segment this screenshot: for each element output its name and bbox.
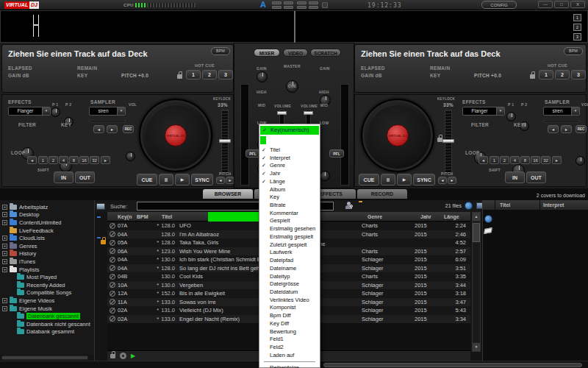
layout-slot-icon[interactable]	[297, 6, 306, 9]
sync-button[interactable]: SYNC	[413, 174, 435, 185]
deck-slot-1-button[interactable]: 1	[573, 14, 581, 21]
sampler-rec-button[interactable]: REC	[123, 125, 134, 133]
loop-out-button[interactable]: OUT	[526, 171, 546, 183]
chevron-down-icon[interactable]: ▼	[571, 107, 579, 115]
globe-icon[interactable]	[484, 215, 492, 223]
chevron-down-icon[interactable]: ▼	[496, 107, 504, 115]
menu-item[interactable]: ✓ Laufwerk	[259, 249, 320, 257]
pitch-up-button[interactable]: ►	[448, 177, 456, 184]
hot-cue-2-button[interactable]: 2	[202, 70, 217, 79]
menu-item[interactable]: ✓ Verlinktes Video	[259, 297, 320, 305]
sampler-vol-knob[interactable]	[126, 152, 135, 161]
sidebar-item[interactable]: + History	[0, 250, 94, 258]
layout-slot-icon[interactable]	[297, 1, 306, 4]
column-title[interactable]: Titel	[162, 212, 172, 222]
menu-item[interactable]: ✓ Key	[259, 194, 320, 202]
tab-scratch[interactable]: SCRATCH	[310, 49, 341, 57]
pitch-down-button[interactable]: ◄	[216, 177, 225, 184]
pfl-right-button[interactable]: PFL	[329, 149, 344, 158]
volume-left-handle[interactable]	[277, 111, 287, 115]
loop-8-button[interactable]: 8	[69, 156, 79, 164]
loop-half-button[interactable]: ◄	[478, 156, 488, 164]
expand-icon[interactable]: +	[2, 236, 7, 241]
clear-list-icon[interactable]	[484, 227, 492, 234]
chevron-down-icon[interactable]: ▼	[117, 107, 125, 115]
layout-slot-icon[interactable]	[309, 1, 318, 4]
pause-button[interactable]: II	[159, 174, 173, 185]
layout-slot-icon[interactable]	[309, 6, 318, 9]
sidebar-item[interactable]: + Compatible Songs	[0, 289, 94, 297]
gear-icon[interactable]	[120, 353, 126, 359]
automix-a-icon[interactable]: A	[260, 0, 266, 9]
sidebar-item[interactable]: + ContentUnlimited	[0, 219, 94, 227]
minimize-button[interactable]: —	[538, 1, 553, 8]
menu-item[interactable]: ✓ Bewertung	[259, 328, 320, 336]
hot-cue-1-button[interactable]: 1	[539, 70, 553, 79]
sync-button[interactable]: SYNC	[191, 174, 213, 185]
menu-item-reihenfolge[interactable]: Reihenfolge...	[259, 364, 320, 368]
pitch-slider-handle[interactable]	[219, 139, 231, 143]
volume-right-handle[interactable]	[304, 111, 313, 115]
hot-cue-3-button[interactable]: 3	[218, 70, 233, 79]
loop-32-button[interactable]: 32	[90, 156, 99, 164]
menu-item[interactable]: ✓ Dateipfad	[259, 257, 320, 265]
effect-p1-knob[interactable]	[51, 107, 60, 117]
close-button[interactable]: X	[570, 1, 585, 8]
sampler-next-button[interactable]: ►	[107, 125, 118, 133]
menu-item[interactable]: ✓ Bpm Diff	[259, 312, 320, 320]
tab-mixer[interactable]: MIXER	[254, 49, 280, 57]
menu-item[interactable]: ✓ Erstmalig gesehen	[259, 225, 320, 233]
menu-item[interactable]: ✓ Feld2	[259, 344, 320, 352]
sidebar-item[interactable]: + iTunes	[0, 258, 94, 266]
pitch-lock-icon[interactable]	[437, 138, 442, 142]
loop-1-button[interactable]: 1	[490, 156, 499, 164]
loop-1-button[interactable]: 1	[38, 156, 48, 164]
effect-p1-knob[interactable]	[506, 112, 516, 121]
menu-item[interactable]: ✓ Feld1	[259, 336, 320, 344]
loop-16-button[interactable]: 16	[531, 156, 540, 164]
tab-video[interactable]: VIDEO	[283, 49, 308, 57]
menu-item[interactable]: ✓ Album	[259, 186, 320, 194]
sidebar-item[interactable]: + CloudLists	[0, 234, 94, 242]
sidebar-hscrollbar[interactable]	[1, 355, 88, 360]
gain-left-knob[interactable]	[257, 71, 268, 82]
tab-browser[interactable]: BROWSER	[203, 189, 253, 199]
menu-item[interactable]: ✓ Jahr	[259, 170, 320, 178]
hot-cue-3-button[interactable]: 3	[571, 70, 586, 79]
play-button[interactable]: ▶	[397, 174, 412, 185]
loop-32-button[interactable]: 32	[541, 156, 551, 164]
expand-icon[interactable]: +	[2, 220, 7, 225]
jog-wheel[interactable]: VIRTUAL DJ	[361, 99, 434, 172]
sidebar-item[interactable]: + Eigene Musik	[0, 305, 94, 313]
high-right-knob[interactable]	[320, 171, 330, 181]
layout-slot-icon[interactable]	[284, 6, 293, 9]
sidebar-item[interactable]: + Playlists	[0, 266, 94, 274]
menu-item[interactable]: ✓ Interpret	[259, 155, 320, 163]
bpm-button[interactable]: BPM	[211, 47, 230, 55]
sampler-select[interactable]: siren ▼	[543, 107, 580, 116]
menu-item[interactable]: ✓ Gespielt	[259, 217, 320, 225]
cue-button[interactable]: CUE	[137, 174, 157, 185]
sampler-prev-button[interactable]: ◄	[548, 125, 559, 133]
loop-16-button[interactable]: 16	[79, 156, 89, 164]
layout-slot-icon[interactable]	[272, 1, 282, 4]
menu-item[interactable]: ✓ Komponist	[259, 304, 320, 312]
menu-drag-item[interactable]: ✓ Key(numerisch)	[260, 126, 319, 135]
play-icon[interactable]: ▶	[131, 353, 135, 359]
sampler-vol-knob[interactable]	[576, 156, 585, 166]
loop-out-button[interactable]: OUT	[75, 171, 95, 183]
loop-half-button[interactable]: ◄	[27, 156, 37, 164]
sidebar-item[interactable]: + Desktop	[0, 211, 94, 219]
pause-button[interactable]: II	[381, 174, 395, 185]
sidebar-item[interactable]: + Most Played	[0, 273, 94, 281]
sidebar-item[interactable]: + Datenbank nicht gescannt	[0, 320, 94, 328]
menu-item[interactable]: ✓ Titel	[259, 146, 320, 155]
play-button[interactable]: ▶	[175, 174, 190, 185]
sampler-next-button[interactable]: ►	[561, 125, 572, 133]
lock-icon[interactable]	[530, 74, 535, 79]
search-track-icon[interactable]	[345, 202, 354, 210]
sidebar-item[interactable]: + Databank gesammt	[0, 328, 94, 336]
loop-in-button[interactable]: IN	[54, 171, 74, 183]
menu-item[interactable]: ✓ Länge	[259, 178, 320, 186]
bpm-button[interactable]: BPM	[564, 47, 583, 55]
